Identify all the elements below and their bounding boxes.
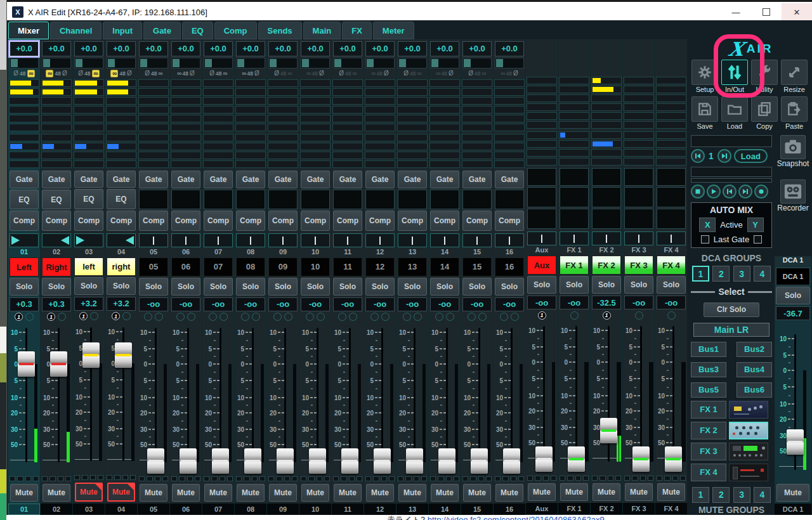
bus3-send-cell[interactable] [494,97,525,105]
solo-button[interactable]: Solo [268,278,298,296]
mute-button[interactable]: Mute [398,484,426,502]
last-gate-checkbox-x[interactable] [701,235,709,244]
bus6-send-cell[interactable] [332,124,363,131]
bus4-send-cell[interactable] [624,103,654,111]
bus6-send-cell[interactable] [559,121,589,129]
scribble-strip[interactable]: 16 [495,257,524,276]
bus6-send-cell[interactable] [462,124,492,131]
snapshot-name-field[interactable] [691,135,772,147]
stereo-link-icon[interactable]: ∞ [27,70,35,77]
solo-button[interactable]: Solo [624,276,653,294]
fader-knob[interactable] [438,448,455,474]
pan-control[interactable] [462,233,492,247]
scribble-strip[interactable]: 15 [462,257,492,276]
gate-display[interactable] [624,168,653,186]
dca-mute-button[interactable]: Mute [776,484,809,502]
fx1-send-cell[interactable] [429,134,460,141]
dca-group-2[interactable]: 2 [712,266,730,282]
fader-value[interactable]: -oo [139,297,168,311]
dca-assign-circle[interactable]: 1 [112,312,120,320]
gate-button[interactable]: Gate [107,171,136,188]
stereo-link-icon[interactable]: ∞ [501,70,504,77]
fx4-send-cell[interactable] [462,160,492,168]
pan-control[interactable] [592,231,621,245]
fx2-send-cell[interactable] [332,143,363,150]
clear-solo-button[interactable]: Clr Solo [704,302,759,316]
comp-display[interactable] [527,209,556,229]
scribble-strip[interactable]: 12 [365,257,395,276]
phantom-48v-label[interactable]: 48 [475,70,480,77]
stereo-link-icon[interactable]: ∞ [482,70,486,77]
fader-track[interactable] [284,328,286,463]
comp-button[interactable]: Comp [398,211,427,231]
gain-value[interactable]: +0.0 [430,41,459,56]
bus1-send-cell[interactable] [656,77,686,84]
eq-curve-display[interactable] [139,190,168,210]
fx3-send-cell[interactable] [429,152,460,159]
fx1-send-cell[interactable] [74,134,104,141]
bus1-send-cell[interactable] [494,79,525,87]
fx2-send-cell[interactable] [559,140,589,148]
bus3-send-cell[interactable] [235,97,266,105]
phase-invert-icon[interactable]: Ø [127,70,132,77]
eq-curve-display[interactable] [268,190,298,210]
fx4-send-cell[interactable] [332,160,363,168]
gain-value[interactable]: +0.0 [268,41,298,56]
fader-track[interactable] [511,328,513,463]
fx1-send-cell[interactable] [527,131,557,139]
fx1-send-cell[interactable] [559,131,589,139]
bus5-send-cell[interactable] [656,112,686,120]
fx4-send-cell[interactable] [527,158,557,166]
scribble-strip[interactable]: 06 [171,257,200,276]
phantom-48v-label[interactable]: 48 [216,70,221,77]
bus2-send-cell[interactable] [397,88,428,96]
record-button[interactable] [754,185,768,198]
fx1-send-cell[interactable] [235,134,266,141]
eq-button[interactable]: EQ [74,189,103,209]
gate-button[interactable]: Gate [495,171,524,188]
fx2-send-cell[interactable] [203,143,233,150]
bus4-button[interactable]: Bus4 [737,362,772,377]
bus2-send-cell[interactable] [429,88,460,96]
bus1-send-cell[interactable] [138,79,169,87]
mute-button[interactable]: Mute [625,483,653,501]
comp-button[interactable]: Comp [268,211,298,231]
pan-control[interactable] [624,231,653,245]
scribble-strip[interactable]: FX 1 [560,256,589,275]
fx4-send-cell[interactable] [365,160,395,168]
phase-invert-icon[interactable]: Ø [403,70,409,77]
dca-assign-circle[interactable] [209,313,217,321]
fx4-send-cell[interactable] [397,160,428,168]
gain-value[interactable]: +0.0 [462,41,492,56]
close-button[interactable]: ✕ [782,3,812,22]
solo-button[interactable]: Solo [10,278,39,296]
dca-assign-circle[interactable] [25,313,34,321]
mute-button[interactable]: Mute [172,484,200,502]
load-button[interactable]: Load [721,96,749,131]
mute-button[interactable]: Mute [75,483,103,502]
dca-assign-circle[interactable] [176,313,185,321]
pan-control[interactable] [171,233,200,247]
solo-button[interactable]: Solo [171,278,200,296]
mute-button[interactable]: Mute [431,484,459,502]
dca-assign-circle[interactable] [570,311,579,320]
gain-value[interactable]: +0.0 [74,41,103,56]
fx4-send-cell[interactable] [203,160,233,168]
mute-button[interactable]: Mute [463,484,491,502]
bus3-send-cell[interactable] [365,97,395,105]
fx2-send-cell[interactable] [397,143,428,150]
prev-track-button[interactable] [723,185,737,198]
bus1-send-cell[interactable] [365,79,395,87]
bus5-send-cell[interactable] [235,115,266,122]
fx1-send-cell[interactable] [300,134,331,141]
pan-control[interactable] [268,233,298,247]
bus2-send-cell[interactable] [462,88,492,96]
bus4-send-cell[interactable] [9,106,39,114]
fader-track[interactable] [25,328,27,463]
bus4-send-cell[interactable] [138,106,169,114]
fader-track[interactable] [349,328,351,463]
recorder-file-field[interactable] [691,167,772,177]
solo-button[interactable]: Solo [398,278,427,296]
fx4-send-cell[interactable] [591,158,622,166]
fader-track[interactable] [414,328,416,463]
